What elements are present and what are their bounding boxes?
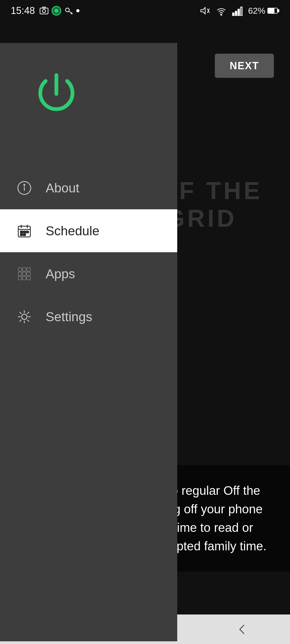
app-icon bbox=[52, 6, 61, 16]
info-icon bbox=[16, 180, 32, 196]
signal-icon bbox=[232, 5, 243, 16]
svg-rect-29 bbox=[18, 268, 22, 271]
back-button[interactable] bbox=[226, 619, 258, 640]
battery-icon bbox=[267, 7, 279, 14]
svg-rect-11 bbox=[235, 11, 237, 16]
svg-rect-37 bbox=[27, 276, 30, 280]
svg-rect-33 bbox=[23, 272, 26, 276]
navigation-drawer: About Schedul bbox=[0, 43, 177, 641]
drawer-logo bbox=[27, 64, 86, 123]
sidebar-item-schedule-label: Schedule bbox=[46, 224, 99, 238]
power-icon bbox=[30, 67, 83, 121]
next-button[interactable]: NEXT bbox=[215, 54, 274, 78]
battery-indicator: 62% bbox=[248, 6, 279, 16]
svg-rect-2 bbox=[43, 7, 45, 8]
svg-rect-32 bbox=[18, 272, 22, 276]
svg-rect-24 bbox=[20, 231, 23, 233]
svg-rect-34 bbox=[27, 272, 30, 276]
sidebar-item-schedule[interactable]: Schedule bbox=[0, 209, 177, 252]
svg-point-3 bbox=[66, 8, 69, 12]
svg-point-38 bbox=[21, 314, 27, 319]
apps-icon bbox=[16, 266, 32, 282]
mute-icon bbox=[200, 5, 211, 16]
svg-rect-25 bbox=[23, 231, 26, 233]
settings-icon bbox=[16, 309, 32, 325]
key-icon bbox=[64, 6, 74, 16]
svg-point-19 bbox=[24, 184, 25, 185]
svg-rect-15 bbox=[268, 8, 274, 13]
svg-rect-36 bbox=[23, 276, 26, 280]
svg-point-1 bbox=[42, 9, 46, 13]
photo-icon bbox=[39, 6, 49, 16]
svg-rect-12 bbox=[238, 9, 240, 16]
svg-rect-13 bbox=[241, 7, 242, 16]
sidebar-item-settings-label: Settings bbox=[46, 309, 92, 324]
main-content: NEXT OFF THE GRID About bbox=[0, 21, 290, 620]
svg-rect-35 bbox=[18, 276, 22, 280]
sidebar-item-apps-label: Apps bbox=[46, 266, 75, 281]
svg-rect-28 bbox=[23, 234, 26, 236]
status-icons bbox=[39, 6, 79, 16]
time-display: 15:48 bbox=[11, 5, 35, 16]
wifi-icon bbox=[216, 5, 227, 16]
svg-rect-0 bbox=[40, 8, 48, 14]
sidebar-item-settings[interactable]: Settings bbox=[0, 295, 177, 338]
svg-line-4 bbox=[69, 11, 73, 13]
svg-rect-27 bbox=[20, 234, 23, 236]
svg-rect-31 bbox=[27, 268, 30, 271]
svg-rect-26 bbox=[26, 231, 28, 233]
sidebar-item-about-label: About bbox=[46, 181, 79, 195]
svg-rect-30 bbox=[23, 268, 26, 271]
nav-items: About Schedul bbox=[0, 166, 177, 338]
notification-dot bbox=[76, 9, 79, 12]
status-left: 15:48 bbox=[11, 5, 79, 16]
calendar-icon bbox=[16, 223, 32, 239]
battery-percent: 62% bbox=[248, 6, 265, 16]
status-bar: 15:48 bbox=[0, 0, 290, 21]
sidebar-item-about[interactable]: About bbox=[0, 166, 177, 209]
status-right: 62% bbox=[200, 5, 279, 16]
sidebar-item-apps[interactable]: Apps bbox=[0, 252, 177, 295]
svg-rect-16 bbox=[277, 9, 279, 12]
svg-rect-10 bbox=[233, 13, 234, 16]
svg-point-9 bbox=[221, 14, 222, 15]
